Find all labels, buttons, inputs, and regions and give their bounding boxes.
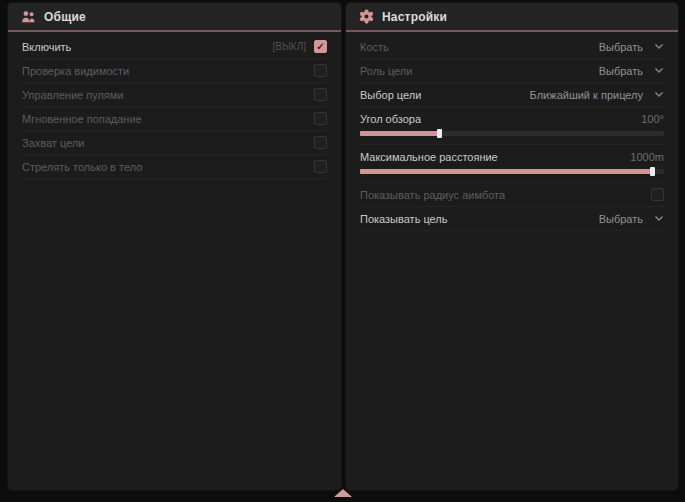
row-controls (314, 64, 327, 77)
select-dropdown[interactable]: Выбрать (599, 41, 664, 53)
row-controls: Выбрать (599, 41, 664, 53)
slider-track[interactable] (360, 131, 664, 136)
slider-value: 100° (641, 113, 664, 125)
row-label: Выбор цели (360, 89, 421, 101)
panel-general: Общие Включить[ВЫКЛ]✓Проверка видимостиУ… (8, 3, 341, 490)
select-dropdown[interactable]: Выбрать (599, 213, 664, 225)
select-row: Выбор целиБлижайший к прицелу (360, 83, 664, 107)
row-controls: [ВЫКЛ]✓ (273, 40, 327, 53)
checkbox-row: Захват цели (22, 131, 327, 155)
slider-row-header: Угол обзора100° (360, 111, 664, 126)
checkbox[interactable] (651, 188, 664, 201)
row-label: Управление пулями (22, 89, 124, 101)
row-controls (314, 88, 327, 101)
checkbox-row: Стрелять только в тело (22, 155, 327, 179)
cursor-triangle-icon (334, 489, 352, 497)
row-label: Стрелять только в тело (22, 161, 142, 173)
row-controls (314, 136, 327, 149)
chevron-down-icon (654, 43, 664, 50)
checkbox-row: Мгновенное попадание (22, 107, 327, 131)
select-value-text: Выбрать (599, 65, 643, 77)
checkbox[interactable] (314, 64, 327, 77)
row-label: Захват цели (22, 137, 84, 149)
slider-handle[interactable] (650, 167, 655, 176)
users-icon (21, 10, 36, 24)
select-row: Показывать цельВыбрать (360, 207, 664, 231)
slider-row: Максимальное расстояние1000m (360, 145, 664, 183)
row-label: Кость (360, 41, 389, 53)
slider-handle[interactable] (437, 129, 442, 138)
panel-general-header: Общие (8, 3, 341, 32)
chevron-down-icon (654, 215, 664, 222)
checkbox[interactable] (314, 88, 327, 101)
checkbox[interactable]: ✓ (314, 40, 327, 53)
select-value-text: Выбрать (599, 213, 643, 225)
panel-general-rows: Включить[ВЫКЛ]✓Проверка видимостиУправле… (8, 32, 341, 179)
slider-value: 1000m (630, 151, 664, 163)
panel-settings-title: Настройки (382, 10, 447, 24)
slider-label: Угол обзора (360, 113, 421, 125)
row-controls (651, 188, 664, 201)
checkbox-row: Управление пулями (22, 83, 327, 107)
row-label: Включить (22, 41, 71, 53)
row-label: Проверка видимости (22, 65, 129, 77)
panel-settings: Настройки КостьВыбратьРоль целиВыбратьВы… (346, 3, 678, 490)
panel-general-title: Общие (44, 10, 86, 24)
row-controls (314, 160, 327, 173)
panel-settings-rows: КостьВыбратьРоль целиВыбратьВыбор целиБл… (346, 32, 678, 231)
select-dropdown[interactable]: Ближайший к прицелу (530, 89, 664, 101)
row-controls: Ближайший к прицелу (530, 89, 664, 101)
panel-settings-header: Настройки (346, 3, 678, 32)
checkbox-row: Включить[ВЫКЛ]✓ (22, 35, 327, 59)
chevron-down-icon (654, 91, 664, 98)
select-value-text: Ближайший к прицелу (530, 89, 643, 101)
row-controls: Выбрать (599, 213, 664, 225)
select-row: Роль целиВыбрать (360, 59, 664, 83)
gear-icon (359, 9, 374, 24)
select-row: КостьВыбрать (360, 35, 664, 59)
slider-label: Максимальное расстояние (360, 151, 498, 163)
select-value-text: Выбрать (599, 41, 643, 53)
row-controls: Выбрать (599, 65, 664, 77)
slider-fill (360, 169, 652, 174)
row-label: Роль цели (360, 65, 412, 77)
row-label: Показывать радиус аимбота (360, 189, 505, 201)
select-dropdown[interactable]: Выбрать (599, 65, 664, 77)
row-label: Мгновенное попадание (22, 113, 142, 125)
checkbox[interactable] (314, 112, 327, 125)
slider-row: Угол обзора100° (360, 107, 664, 145)
checkbox-row: Проверка видимости (22, 59, 327, 83)
checkbox[interactable] (314, 136, 327, 149)
row-controls (314, 112, 327, 125)
slider-track[interactable] (360, 169, 664, 174)
slider-fill (360, 131, 439, 136)
row-label: Показывать цель (360, 213, 448, 225)
slider-row-header: Максимальное расстояние1000m (360, 149, 664, 164)
checkbox-row: Показывать радиус аимбота (360, 183, 664, 207)
checkbox[interactable] (314, 160, 327, 173)
hotkey-badge: [ВЫКЛ] (273, 41, 306, 52)
chevron-down-icon (654, 67, 664, 74)
